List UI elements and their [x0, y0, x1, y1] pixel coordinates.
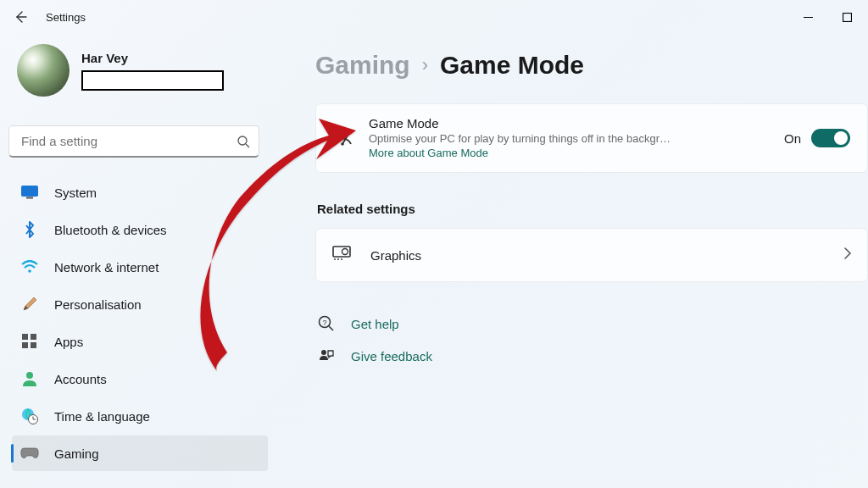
- svg-rect-10: [22, 342, 28, 348]
- sidebar-item-time-language[interactable]: Time & language: [12, 398, 268, 434]
- profile-name: Har Vey: [81, 51, 224, 65]
- game-mode-card: Game Mode Optimise your PC for play by t…: [315, 103, 868, 173]
- svg-rect-8: [22, 334, 28, 340]
- search-input[interactable]: [21, 134, 236, 148]
- sidebar-item-label: Accounts: [54, 372, 107, 386]
- bluetooth-icon: [20, 220, 39, 239]
- help-icon: ?: [317, 314, 336, 333]
- avatar: [17, 44, 70, 97]
- main-content: Gaming › Game Mode Game Mode Optimise yo…: [303, 44, 868, 372]
- sidebar-item-accounts[interactable]: Accounts: [12, 361, 268, 396]
- gamepad-icon: [20, 444, 39, 463]
- svg-point-20: [342, 249, 348, 255]
- paintbrush-icon: [20, 295, 39, 313]
- graphics-row[interactable]: Graphics: [315, 228, 868, 282]
- sidebar-item-label: Time & language: [54, 409, 150, 424]
- svg-point-3: [238, 136, 247, 145]
- breadcrumb-current: Game Mode: [440, 51, 584, 80]
- person-icon: [20, 369, 39, 388]
- sidebar-item-label: Network & internet: [54, 260, 159, 274]
- sidebar: Har Vey System Bluetooth & devices Netwo…: [0, 44, 280, 473]
- profile-block[interactable]: Har Vey: [7, 44, 273, 107]
- sidebar-item-label: Gaming: [54, 446, 99, 461]
- sidebar-item-label: Apps: [54, 335, 83, 349]
- monitor-icon: [20, 183, 39, 202]
- related-settings-heading: Related settings: [317, 202, 868, 216]
- get-help-label: Get help: [351, 317, 399, 331]
- breadcrumb: Gaming › Game Mode: [315, 51, 868, 80]
- svg-rect-6: [26, 197, 33, 199]
- card-description: Optimise your PC for play by turning thi…: [369, 132, 769, 145]
- sidebar-item-bluetooth[interactable]: Bluetooth & devices: [12, 212, 268, 247]
- search-input-container[interactable]: [8, 125, 259, 158]
- nav-list: System Bluetooth & devices Network & int…: [7, 169, 273, 471]
- arrow-left-icon: [14, 10, 27, 24]
- sidebar-item-system[interactable]: System: [12, 175, 268, 210]
- speedometer-icon: [331, 127, 353, 149]
- title-bar: Settings: [0, 0, 868, 34]
- give-feedback-label: Give feedback: [351, 349, 432, 363]
- svg-point-12: [26, 372, 33, 379]
- sidebar-item-label: System: [54, 186, 97, 200]
- profile-email-redacted: [81, 70, 224, 91]
- svg-point-27: [321, 350, 326, 355]
- toggle-state-label: On: [784, 131, 801, 146]
- sidebar-item-personalisation[interactable]: Personalisation: [12, 286, 268, 322]
- graphics-label: Graphics: [370, 248, 826, 263]
- sidebar-item-network[interactable]: Network & internet: [12, 249, 268, 285]
- minimize-button[interactable]: [788, 3, 827, 30]
- get-help-link[interactable]: ? Get help: [315, 308, 868, 340]
- more-about-link[interactable]: More about Game Mode: [369, 147, 488, 159]
- feedback-icon: [317, 347, 336, 365]
- svg-line-4: [246, 144, 249, 147]
- svg-text:?: ?: [322, 319, 326, 327]
- apps-icon: [20, 332, 39, 351]
- svg-point-18: [341, 142, 344, 146]
- clock-globe-icon: [20, 407, 39, 425]
- chevron-right-icon: ›: [422, 54, 428, 76]
- card-title: Game Mode: [369, 116, 769, 130]
- back-button[interactable]: [10, 7, 31, 27]
- search-icon: [236, 135, 250, 148]
- sidebar-item-gaming[interactable]: Gaming: [12, 435, 268, 471]
- svg-rect-2: [843, 13, 851, 21]
- game-mode-toggle[interactable]: [811, 129, 850, 147]
- minimize-icon: [804, 13, 813, 22]
- svg-rect-5: [22, 186, 38, 197]
- svg-line-26: [329, 326, 333, 330]
- sidebar-item-apps[interactable]: Apps: [12, 324, 268, 359]
- give-feedback-link[interactable]: Give feedback: [315, 340, 868, 372]
- sidebar-item-label: Bluetooth & devices: [54, 223, 167, 237]
- breadcrumb-parent[interactable]: Gaming: [315, 51, 410, 80]
- maximize-button[interactable]: [827, 3, 866, 30]
- sidebar-item-label: Personalisation: [54, 297, 142, 312]
- gpu-icon: [331, 244, 353, 266]
- maximize-icon: [843, 13, 852, 22]
- chevron-right-icon: [843, 247, 852, 263]
- wifi-icon: [20, 258, 39, 276]
- svg-rect-9: [31, 334, 36, 340]
- window-title: Settings: [46, 11, 86, 24]
- svg-point-7: [28, 269, 31, 273]
- svg-rect-11: [31, 342, 36, 348]
